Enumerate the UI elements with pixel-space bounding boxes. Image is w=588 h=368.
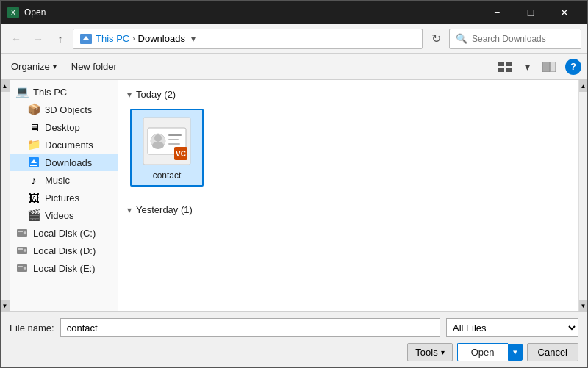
file-item-contact[interactable]: VC contact xyxy=(130,109,204,187)
contact-icon-svg: VC xyxy=(142,116,192,166)
file-name-row: File name: All Files xyxy=(10,318,578,337)
tools-arrow: ▾ xyxy=(441,348,445,356)
details-pane-button[interactable] xyxy=(539,57,559,76)
search-icon: 🔍 xyxy=(456,33,467,44)
content-scrollbar: ▲ ▼ xyxy=(578,80,587,311)
localdiskie-icon xyxy=(15,261,29,275)
svg-text:VC: VC xyxy=(176,150,186,158)
sidebar: 💻 This PC 📦 3D Objects 🖥 Desktop 📁 Docum… xyxy=(10,80,118,311)
view-toggle-button[interactable] xyxy=(495,57,515,76)
sidebar-item-music[interactable]: ♪ Music xyxy=(10,171,118,189)
content-wrapper: ▾ Today (2) xyxy=(118,80,587,311)
content-scroll-track xyxy=(579,92,588,300)
minimize-button[interactable]: − xyxy=(480,1,514,24)
file-type-container: All Files xyxy=(446,318,578,337)
search-input[interactable] xyxy=(472,34,575,44)
sidebar-item-videos-label: Videos xyxy=(45,210,74,221)
svg-rect-8 xyxy=(542,62,550,72)
svg-rect-7 xyxy=(506,68,512,72)
details-pane-icon xyxy=(542,62,556,72)
localdiskc-icon xyxy=(15,226,29,239)
content-scroll-up[interactable]: ▲ xyxy=(579,80,588,92)
group-yesterday: ▾ Yesterday (1) xyxy=(127,204,570,215)
organize-button[interactable]: Organize ▾ xyxy=(7,58,61,75)
back-button[interactable]: ← xyxy=(7,29,26,48)
path-parts: This PC › Downloads ▾ xyxy=(79,32,198,46)
bottom-bar: File name: All Files Tools ▾ Open ▾ Canc… xyxy=(1,311,587,367)
refresh-button[interactable]: ↻ xyxy=(426,29,446,49)
sidebar-item-thispc[interactable]: 💻 This PC xyxy=(10,83,118,101)
grid-view-icon xyxy=(498,62,512,72)
sidebar-item-localdiskc-label: Local Disk (C:) xyxy=(33,228,96,239)
path-dropdown-button[interactable]: ▾ xyxy=(188,34,198,44)
sidebar-item-pictures-label: Pictures xyxy=(45,192,79,203)
content-scroll-down[interactable]: ▼ xyxy=(579,300,588,311)
sidebar-scroll-down[interactable]: ▼ xyxy=(1,300,10,311)
title-bar: X Open − □ ✕ xyxy=(1,1,587,24)
sidebar-item-documents[interactable]: 📁 Documents xyxy=(10,136,118,154)
contact-file-icon: VC xyxy=(140,115,193,167)
view-dropdown-button[interactable]: ▾ xyxy=(517,57,537,76)
svg-rect-6 xyxy=(498,68,504,72)
downloads-icon xyxy=(79,32,93,46)
sidebar-item-downloads-label: Downloads xyxy=(45,157,92,168)
svg-point-20 xyxy=(24,267,26,270)
new-folder-label: New folder xyxy=(71,61,117,72)
sidebar-item-thispc-label: This PC xyxy=(33,87,67,98)
3dobjects-icon: 📦 xyxy=(27,103,40,116)
sidebar-item-3dobjects[interactable]: 📦 3D Objects xyxy=(10,101,118,118)
sidebar-item-localdiskd-label: Local Disk (D:) xyxy=(33,245,96,256)
sidebar-item-localdiskie[interactable]: Local Disk (E:) xyxy=(10,259,118,277)
organize-arrow: ▾ xyxy=(53,62,57,71)
address-bar: ← → ↑ This PC › Downloads ▾ ↻ 🔍 xyxy=(1,24,587,54)
address-path-box[interactable]: This PC › Downloads ▾ xyxy=(73,29,423,49)
sidebar-item-videos[interactable]: 🎬 Videos xyxy=(10,206,118,224)
sidebar-item-3dobjects-label: 3D Objects xyxy=(45,104,92,115)
sidebar-item-pictures[interactable]: 🖼 Pictures xyxy=(10,189,118,206)
sidebar-item-localdiskc[interactable]: Local Disk (C:) xyxy=(10,224,118,242)
view-buttons: ▾ xyxy=(495,57,559,76)
sidebar-item-localdiskie-label: Local Disk (E:) xyxy=(33,263,96,274)
maximize-button[interactable]: □ xyxy=(514,1,548,24)
file-name-label: File name: xyxy=(10,322,54,333)
sidebar-scrollbar: ▲ ▼ xyxy=(1,80,10,311)
sidebar-item-documents-label: Documents xyxy=(45,140,93,151)
svg-rect-4 xyxy=(498,62,504,66)
forward-button[interactable]: → xyxy=(29,29,48,48)
organize-label: Organize xyxy=(11,61,50,72)
documents-icon: 📁 xyxy=(27,138,40,151)
svg-rect-15 xyxy=(18,231,23,232)
cancel-button[interactable]: Cancel xyxy=(527,343,578,361)
svg-rect-21 xyxy=(18,266,23,267)
sidebar-scroll-up[interactable]: ▲ xyxy=(1,80,10,92)
file-type-select[interactable]: All Files xyxy=(446,318,578,337)
svg-point-26 xyxy=(152,142,164,149)
sidebar-item-downloads[interactable]: Downloads xyxy=(10,154,118,171)
sidebar-item-localdiskd[interactable]: Local Disk (D:) xyxy=(10,242,118,259)
open-dropdown-button[interactable]: ▾ xyxy=(508,344,523,361)
toolbar: Organize ▾ New folder ▾ xyxy=(1,54,587,80)
help-button[interactable]: ? xyxy=(565,59,581,75)
svg-point-25 xyxy=(154,134,162,142)
main-area: ▲ ▼ 💻 This PC 📦 3D Objects 🖥 Desktop 📁 D… xyxy=(1,80,587,311)
svg-rect-28 xyxy=(168,139,179,140)
tools-button[interactable]: Tools ▾ xyxy=(407,343,452,361)
sidebar-item-desktop[interactable]: 🖥 Desktop xyxy=(10,118,118,136)
up-button[interactable]: ↑ xyxy=(51,29,70,48)
new-folder-button[interactable]: New folder xyxy=(67,58,121,75)
close-button[interactable]: ✕ xyxy=(548,1,581,24)
localdiskd-icon xyxy=(15,244,29,257)
app-icon: X xyxy=(7,6,20,19)
open-dialog: X Open − □ ✕ ← → ↑ This PC › Downloads ▾ xyxy=(0,0,588,368)
today-chevron[interactable]: ▾ xyxy=(127,90,132,100)
svg-point-17 xyxy=(24,249,26,252)
open-button[interactable]: Open xyxy=(457,343,508,361)
file-name-input[interactable] xyxy=(60,318,440,337)
path-part-thispc: This PC xyxy=(96,33,129,44)
window-controls: − □ ✕ xyxy=(480,1,581,24)
yesterday-chevron[interactable]: ▾ xyxy=(127,205,132,215)
search-box[interactable]: 🔍 xyxy=(449,29,581,49)
action-row: Tools ▾ Open ▾ Cancel xyxy=(10,343,578,361)
pictures-icon: 🖼 xyxy=(27,191,40,204)
path-part-downloads: Downloads xyxy=(138,33,185,44)
